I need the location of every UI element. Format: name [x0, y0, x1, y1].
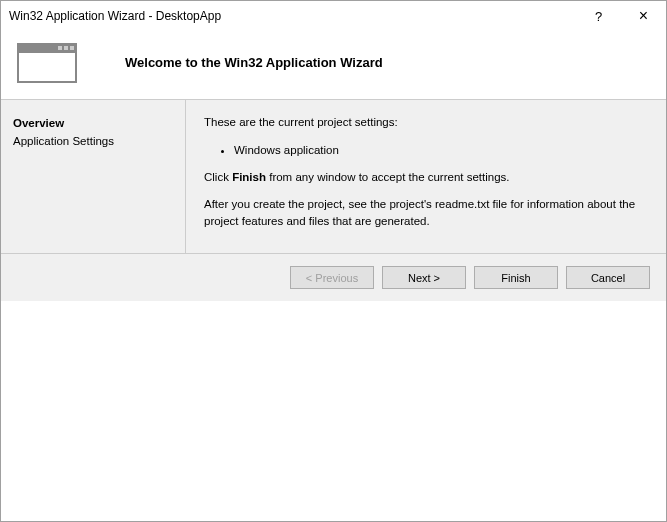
wizard-body: Overview Application Settings These are … [1, 100, 666, 253]
content-line3: After you create the project, see the pr… [204, 196, 648, 229]
help-button[interactable]: ? [576, 1, 621, 31]
wizard-content: These are the current project settings: … [186, 100, 666, 253]
wizard-header: Welcome to the Win32 Application Wizard [1, 31, 666, 99]
cancel-button[interactable]: Cancel [566, 266, 650, 289]
wizard-title: Welcome to the Win32 Application Wizard [125, 43, 383, 83]
content-intro: These are the current project settings: [204, 114, 648, 131]
window-title: Win32 Application Wizard - DesktopApp [9, 9, 576, 23]
finish-button[interactable]: Finish [474, 266, 558, 289]
next-button[interactable]: Next > [382, 266, 466, 289]
close-button[interactable]: × [621, 1, 666, 31]
previous-button: < Previous [290, 266, 374, 289]
wizard-footer: < Previous Next > Finish Cancel [1, 253, 666, 301]
content-bullet: Windows application [234, 141, 648, 160]
sidebar-item-application-settings[interactable]: Application Settings [13, 132, 173, 150]
app-window-icon [17, 43, 77, 83]
content-line2: Click Finish from any window to accept t… [204, 169, 648, 186]
sidebar-item-overview[interactable]: Overview [13, 114, 173, 132]
wizard-sidebar: Overview Application Settings [1, 100, 186, 253]
titlebar: Win32 Application Wizard - DesktopApp ? … [1, 1, 666, 31]
content-bullet-list: Windows application [234, 141, 648, 160]
